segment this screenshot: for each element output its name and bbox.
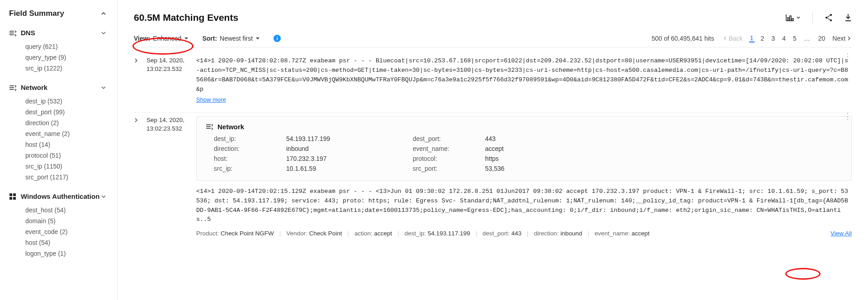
pager: Back 1 2 3 4 5 … 20 Next	[722, 34, 852, 42]
field-item[interactable]: event_code (2)	[25, 226, 117, 237]
pager-page[interactable]: 20	[817, 35, 826, 42]
field-item[interactable]: event_name (2)	[25, 128, 117, 139]
pager-page[interactable]: 4	[781, 35, 787, 42]
field-item[interactable]: src_ip (1222)	[25, 63, 117, 74]
share-icon	[825, 14, 833, 22]
results-main: 60.5M Matching Events View: Enhanced So	[118, 0, 868, 300]
page-title: 60.5M Matching Events	[134, 12, 238, 23]
field-item[interactable]: dest_port (99)	[25, 107, 117, 117]
pager-next[interactable]: Next	[831, 35, 852, 42]
field-summary-header[interactable]: Field Summary	[9, 9, 117, 18]
kv-key: src_ip:	[214, 165, 286, 172]
field-item[interactable]: protocol (51)	[25, 150, 117, 161]
sort-label: Sort:	[202, 35, 217, 42]
expand-toggle[interactable]	[134, 57, 140, 65]
raw-log: <14>1 2020-09-14T20:02:15.129Z exabeam p…	[196, 187, 852, 225]
event-row: Sep 14, 2020, 13:02:23.532 <14>1 2020-09…	[134, 53, 852, 112]
pager-ellipsis: …	[803, 35, 812, 42]
show-more-link[interactable]: Show more	[196, 96, 226, 103]
caret-down-icon	[184, 36, 189, 41]
sort-value: Newest first	[220, 35, 253, 42]
kv-value: 170.232.3.197	[286, 155, 413, 162]
kv-key: dest_port:	[413, 135, 485, 142]
chevron-right-icon	[134, 58, 138, 63]
chevron-right-icon	[134, 117, 138, 123]
download-icon	[844, 14, 852, 22]
svg-rect-3	[13, 197, 16, 200]
field-item[interactable]: src_ip (1150)	[25, 161, 117, 172]
event-row: Sep 14, 2020, 13:02:23.532 Network dest_…	[134, 112, 852, 246]
kv-key: dest_ip:	[214, 135, 286, 142]
kv-value: 10.1.61.59	[286, 165, 413, 172]
network-card: Network dest_ip:54.193.117.199 dest_port…	[196, 116, 852, 181]
event-timestamp: Sep 14, 2020, 13:02:23.532	[146, 56, 190, 74]
kv-value: 54.193.117.199	[286, 135, 413, 142]
field-item[interactable]: src_port (1217)	[25, 172, 117, 183]
svg-rect-1	[13, 193, 16, 196]
field-item[interactable]: direction (2)	[25, 117, 117, 128]
kv-value: accept	[485, 145, 612, 152]
field-item[interactable]: dest_host (54)	[25, 205, 117, 216]
kv-value: 443	[485, 135, 612, 142]
group-label: Network	[21, 84, 47, 91]
chart-type-dropdown[interactable]	[785, 14, 801, 22]
event-timestamp: Sep 14, 2020, 13:02:23.532	[146, 116, 190, 133]
group-header-network[interactable]: Network	[9, 81, 117, 94]
bar-chart-icon	[785, 14, 794, 22]
network-icon	[9, 84, 16, 91]
expand-toggle[interactable]	[134, 117, 140, 124]
field-item[interactable]: query_type (9)	[25, 52, 117, 63]
pager-page[interactable]: 3	[770, 35, 776, 42]
view-value: Enhanced	[153, 35, 181, 42]
pager-back[interactable]: Back	[722, 35, 744, 42]
info-icon[interactable]: i	[274, 35, 281, 42]
kv-value: inbound	[286, 145, 413, 152]
chevron-down-icon	[101, 85, 106, 90]
svg-point-6	[830, 19, 832, 21]
chevron-right-icon	[847, 36, 851, 41]
chevron-down-icon	[796, 15, 801, 20]
field-item[interactable]: query (621)	[25, 41, 117, 52]
network-icon	[206, 123, 213, 130]
field-item[interactable]: host (14)	[25, 139, 117, 150]
chevron-up-icon	[101, 11, 106, 16]
svg-rect-0	[9, 193, 12, 196]
group-label: DNS	[21, 29, 35, 37]
chevron-down-icon	[101, 30, 106, 36]
group-header-windows-auth[interactable]: Windows Authentication	[9, 190, 117, 203]
kv-key: direction:	[214, 145, 286, 152]
field-item[interactable]: host (54)	[25, 237, 117, 248]
group-label: Windows Authentication	[21, 192, 99, 200]
sort-selector[interactable]: Sort: Newest first	[202, 35, 260, 42]
download-button[interactable]	[844, 14, 852, 22]
raw-log: <14>1 2020-09-14T20:02:08.727Z exabeam p…	[196, 56, 852, 94]
dns-icon	[9, 29, 16, 37]
windows-icon	[9, 193, 16, 200]
field-item[interactable]: domain (5)	[25, 216, 117, 226]
row-menu-button[interactable]: ⋮	[844, 56, 852, 57]
field-item[interactable]: dest_ip (532)	[25, 96, 117, 107]
svg-rect-2	[9, 197, 12, 200]
card-title: Network	[217, 123, 244, 131]
chevron-down-icon	[101, 194, 106, 199]
pager-page[interactable]: 5	[792, 35, 797, 42]
chevron-left-icon	[723, 36, 727, 41]
meta-row: Product: Check Point NGFW| Vendor: Check…	[196, 230, 852, 237]
kv-value: 53,536	[485, 165, 612, 172]
view-selector[interactable]: View: Enhanced	[134, 35, 189, 42]
caret-down-icon	[255, 36, 260, 41]
pager-page[interactable]: 1	[749, 34, 755, 42]
share-button[interactable]	[825, 14, 833, 22]
view-label: View:	[134, 35, 150, 42]
field-summary-sidebar: Field Summary DNS query (621) query_type…	[0, 0, 118, 300]
pager-page[interactable]: 2	[760, 35, 765, 42]
annotation-ellipse	[785, 268, 821, 280]
svg-point-5	[826, 17, 827, 19]
group-header-dns[interactable]: DNS	[9, 26, 117, 39]
svg-point-4	[830, 14, 832, 16]
row-menu-button[interactable]: ⋮	[844, 115, 852, 117]
kv-value: https	[485, 155, 612, 162]
kv-key: event_name:	[413, 145, 485, 152]
field-item[interactable]: logon_type (1)	[25, 248, 117, 259]
view-all-link[interactable]: View All	[830, 230, 852, 237]
